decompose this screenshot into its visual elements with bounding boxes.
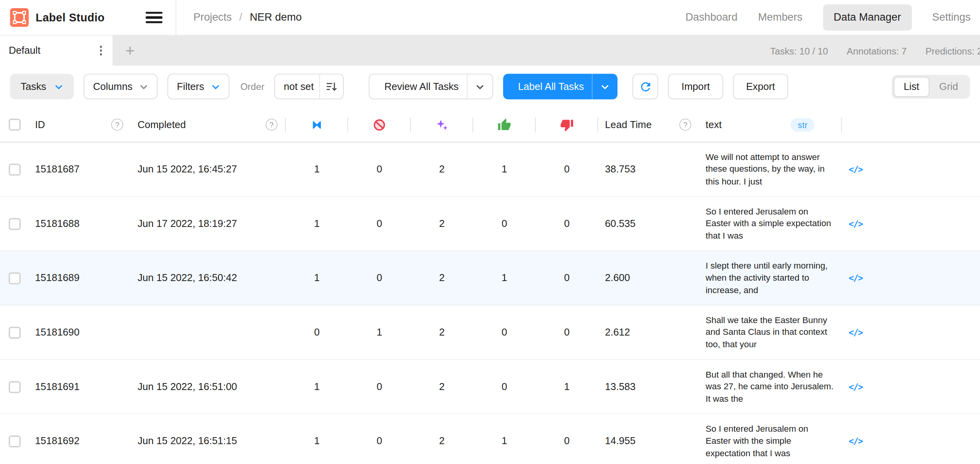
code-icon[interactable]: </>	[849, 436, 863, 446]
row-checkbox[interactable]	[9, 435, 20, 447]
task-source-cell: </>	[842, 327, 869, 337]
table-row[interactable]: 15181687 Jun 15 2022, 16:45:27 1 0 2 1 0…	[0, 142, 980, 197]
table-row[interactable]: 15181689 Jun 15 2022, 16:50:42 1 0 2 1 0…	[0, 251, 980, 306]
task-lead-time: 38.753	[598, 164, 698, 175]
task-rejected-count: 1	[536, 381, 598, 392]
chevron-down-icon	[211, 82, 220, 91]
column-header-reviews-rejected[interactable]	[536, 107, 598, 142]
hamburger-menu-icon[interactable]	[146, 12, 163, 23]
tab-default-label: Default	[9, 45, 40, 56]
row-checkbox-cell	[0, 163, 29, 175]
breadcrumb-current-project: NER demo	[250, 11, 301, 24]
row-checkbox[interactable]	[9, 381, 20, 392]
task-predictions-count: 2	[411, 272, 473, 284]
table-row[interactable]: 15181690 0 1 2 0 0 2.612 Shall we take t…	[0, 306, 980, 360]
select-all-checkbox[interactable]	[9, 119, 20, 130]
row-checkbox[interactable]	[9, 327, 20, 338]
label-all-tasks-label: Label All Tasks	[518, 81, 584, 92]
code-icon[interactable]: </>	[849, 219, 863, 229]
task-cancelled-count: 0	[348, 218, 411, 229]
table-row[interactable]: 15181691 Jun 15 2022, 16:51:00 1 0 2 0 1…	[0, 360, 980, 415]
app-title: Label Studio	[35, 11, 104, 24]
review-all-tasks-button[interactable]: Review All Tasks	[369, 74, 493, 99]
table-row[interactable]: 15181688 Jun 17 2022, 18:19:27 1 0 2 0 0…	[0, 197, 980, 251]
column-header-reviews-accepted[interactable]	[473, 107, 536, 142]
task-source-cell: </>	[842, 436, 869, 446]
row-checkbox[interactable]	[9, 272, 20, 284]
label-all-tasks-button[interactable]: Label All Tasks	[503, 74, 618, 99]
column-header-lead-time[interactable]: Lead Time ?	[598, 107, 698, 142]
column-text-label: text	[706, 119, 721, 130]
row-checkbox[interactable]	[9, 218, 20, 229]
column-header-completed[interactable]: Completed ?	[131, 107, 285, 142]
column-header-spacer	[842, 107, 869, 142]
help-icon: ?	[266, 119, 277, 130]
row-checkbox-cell	[0, 327, 29, 338]
task-rejected-count: 0	[536, 272, 598, 284]
project-stats: Tasks: 10 / 10 Annotations: 7 Prediction…	[770, 35, 980, 65]
columns-dropdown-button[interactable]: Columns	[84, 74, 158, 99]
column-header-cancelled[interactable]	[348, 107, 411, 142]
row-checkbox-cell	[0, 218, 29, 229]
task-text: I slept there until early morning, when …	[706, 260, 834, 296]
top-navigation: Dashboard Members Data Manager Settings	[686, 4, 980, 30]
import-button[interactable]: Import	[669, 74, 723, 99]
refresh-button[interactable]	[633, 74, 658, 99]
task-text: But all that changed. When he was 27, he…	[706, 369, 834, 405]
column-header-id[interactable]: ID ?	[29, 107, 131, 142]
select-all-cell	[0, 107, 29, 142]
task-completed-date: Jun 15 2022, 16:51:15	[131, 436, 285, 447]
code-icon[interactable]: </>	[849, 327, 863, 337]
import-label: Import	[681, 81, 710, 92]
task-table-header: ID ? Completed ?	[0, 107, 980, 142]
code-icon[interactable]: </>	[849, 164, 863, 174]
nav-settings[interactable]: Settings	[932, 11, 971, 24]
column-header-spacer	[869, 107, 980, 142]
task-completed-date: Jun 15 2022, 16:51:00	[131, 381, 285, 392]
task-accepted-count: 1	[473, 272, 536, 284]
button-divider	[467, 74, 468, 99]
label-studio-logo-icon	[10, 8, 29, 27]
add-tab-button[interactable]: +	[113, 35, 148, 65]
nav-dashboard[interactable]: Dashboard	[686, 11, 738, 24]
column-header-predictions[interactable]	[411, 107, 473, 142]
task-text-cell: We will not attempt to answer these ques…	[698, 142, 842, 196]
task-rejected-count: 0	[536, 436, 598, 447]
table-row[interactable]: 15181692 Jun 15 2022, 16:51:15 1 0 2 1 0…	[0, 414, 980, 464]
export-button[interactable]: Export	[733, 74, 788, 99]
task-text-cell: I slept there until early morning, when …	[698, 251, 842, 305]
nav-data-manager[interactable]: Data Manager	[823, 4, 912, 30]
tasks-dropdown-button[interactable]: Tasks	[10, 74, 74, 99]
breadcrumb-projects-link[interactable]: Projects	[194, 11, 232, 24]
task-text: So I entered Jerusalem on Easter with th…	[706, 423, 834, 459]
column-header-text[interactable]: text str	[698, 107, 842, 142]
help-icon: ?	[111, 119, 123, 130]
nav-members[interactable]: Members	[758, 11, 802, 24]
view-list-button[interactable]: List	[894, 77, 929, 97]
task-lead-time: 60.535	[598, 218, 698, 229]
thumbs-up-icon	[498, 118, 511, 132]
column-header-annotations[interactable]	[286, 107, 348, 142]
task-text-cell: But all that changed. When he was 27, he…	[698, 360, 842, 414]
task-rejected-count: 0	[536, 327, 598, 338]
task-lead-time: 2.612	[598, 327, 698, 338]
tab-options-kebab-icon[interactable]	[97, 43, 104, 58]
task-id: 15181690	[29, 327, 131, 338]
code-icon[interactable]: </>	[849, 382, 863, 392]
task-text: Shall we take the Easter Bunny and Santa…	[706, 314, 834, 351]
tab-default[interactable]: Default	[0, 35, 113, 65]
task-predictions-count: 2	[411, 218, 473, 229]
task-source-cell: </>	[842, 382, 869, 392]
filters-dropdown-button[interactable]: Filters	[167, 74, 229, 99]
column-lead-time-label: Lead Time	[605, 119, 652, 130]
task-source-cell: </>	[842, 273, 869, 283]
column-id-label: ID	[35, 119, 45, 130]
button-divider	[592, 74, 593, 99]
task-annotations-count: 1	[286, 218, 348, 229]
row-checkbox[interactable]	[9, 163, 20, 175]
order-value-button[interactable]: not set	[274, 74, 344, 99]
view-grid-button[interactable]: Grid	[929, 77, 968, 97]
code-icon[interactable]: </>	[849, 273, 863, 283]
breadcrumb: Projects / NER demo	[194, 11, 302, 24]
task-cancelled-count: 0	[348, 272, 411, 284]
